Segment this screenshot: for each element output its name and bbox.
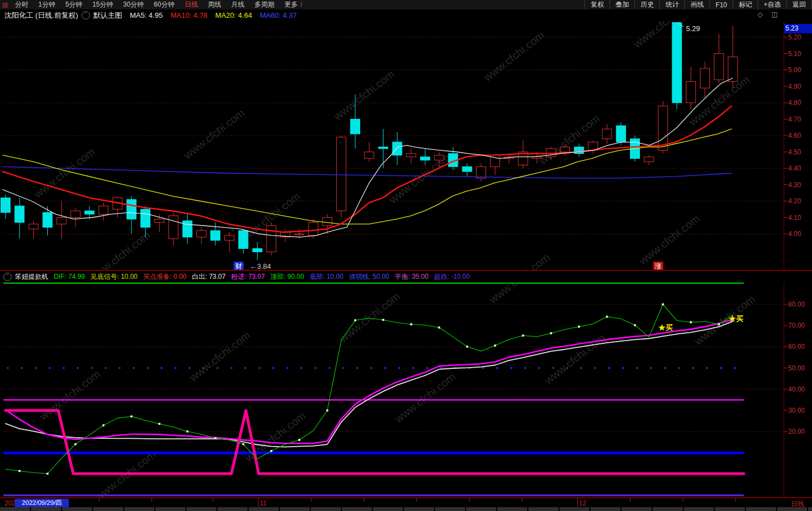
scrollbar-segment[interactable]: [280, 507, 310, 511]
date-tick: [152, 498, 152, 502]
candle-body: [71, 211, 80, 218]
title-right-icons[interactable]: ◇ ◫: [758, 11, 781, 18]
scrollbar-segment[interactable]: [746, 507, 776, 511]
indicator-name[interactable]: 笨妞提款机: [15, 272, 48, 282]
period-item-10[interactable]: 多周期: [249, 0, 279, 9]
period-item-6[interactable]: 60分钟: [149, 0, 179, 9]
period-item-5[interactable]: 30分钟: [118, 0, 149, 9]
dotted-50-line: [90, 367, 93, 369]
scrollbar-segment[interactable]: [808, 507, 812, 511]
dotted-50-line: [21, 367, 23, 369]
period-item-2[interactable]: 1分钟: [33, 0, 60, 9]
price-axis-label: 4.00: [788, 230, 801, 238]
dotted-50-line: [300, 367, 302, 369]
dotted-50-line: [594, 367, 597, 369]
toolbar-button-7[interactable]: 标记: [733, 0, 758, 9]
scrollbar-segment[interactable]: [466, 507, 496, 511]
period-item-9[interactable]: 月线: [226, 0, 249, 9]
price-axis-label: 5.20: [788, 33, 801, 41]
scrollbar-segment[interactable]: [435, 507, 465, 511]
month-label: 12: [579, 499, 586, 507]
dif-marker: [18, 470, 21, 472]
indicator-panel[interactable]: 80.0070.0060.0050.0040.0030.0020.00★买★买: [0, 282, 812, 498]
candle-body: [99, 206, 108, 214]
scrollbar-segment[interactable]: [528, 507, 558, 511]
scrollbar-segment[interactable]: [497, 507, 527, 511]
ma20-line: [3, 129, 732, 224]
dotted-50-line: [230, 367, 233, 369]
scrollbar-segment[interactable]: [715, 507, 745, 511]
candle-body: [644, 157, 654, 162]
scrollbar-segment[interactable]: [31, 507, 61, 511]
scrollbar-segment[interactable]: [342, 507, 372, 511]
price-axis-label: 4.10: [788, 214, 801, 222]
scrollbar-segment[interactable]: [186, 507, 216, 511]
dotted-50-line: [706, 367, 708, 369]
period-item-8[interactable]: 周线: [203, 0, 226, 9]
dif-marker: [270, 450, 273, 452]
main-layout-name[interactable]: 默认主图: [93, 11, 122, 21]
scrollbar-segment[interactable]: [653, 507, 683, 511]
main-chart-panel[interactable]: 5.205.105.004.904.804.704.604.504.404.30…: [0, 21, 812, 270]
toolbar-button-3[interactable]: 历史: [634, 0, 659, 9]
toolbar-button-8[interactable]: +自选: [758, 0, 786, 9]
scrollbar-segment[interactable]: [62, 507, 92, 511]
scrollbar-segment[interactable]: [622, 507, 652, 511]
candle-body: [196, 231, 206, 237]
period-item-4[interactable]: 15分钟: [87, 0, 118, 9]
ma-value-2: MA10: 4.78: [170, 11, 208, 19]
candle-body: [462, 167, 472, 172]
scrollbar-segment[interactable]: [373, 507, 403, 511]
bottom-scrollbar[interactable]: [0, 507, 812, 511]
scrollbar-segment[interactable]: [0, 507, 30, 511]
toolbar-button-4[interactable]: 统计: [659, 0, 684, 9]
candle-body: [336, 137, 346, 211]
candle-body: [672, 22, 682, 103]
indicator-chevron-icon[interactable]: ˇ: [3, 273, 12, 281]
scrollbar-segment[interactable]: [124, 507, 154, 511]
period-item-11[interactable]: 更多 〉: [279, 0, 311, 9]
period-item-3[interactable]: 5分钟: [60, 0, 88, 9]
candle-body: [211, 231, 220, 241]
candlestick-chart[interactable]: 5.205.105.004.904.804.704.604.504.404.30…: [0, 21, 812, 270]
dif-marker: [382, 319, 385, 321]
toolbar-button-5[interactable]: 画线: [684, 0, 709, 9]
dotted-50-line: [385, 367, 387, 369]
toolbar-button-2[interactable]: 叠加: [609, 0, 634, 9]
candle-body: [392, 142, 402, 156]
dif-marker: [158, 423, 160, 425]
scrollbar-segment[interactable]: [155, 507, 185, 511]
indicator-chart[interactable]: 80.0070.0060.0050.0040.0030.0020.00★买★买: [0, 282, 812, 498]
date-tick: [735, 498, 736, 502]
scrollbar-segment[interactable]: [404, 507, 434, 511]
candle-body: [322, 218, 332, 226]
scrollbar-segment[interactable]: [93, 507, 123, 511]
scrollbar-segment[interactable]: [249, 507, 279, 511]
candle-body: [421, 157, 430, 160]
dif-marker: [718, 323, 720, 325]
chevron-down-icon[interactable]: ˇ: [82, 11, 90, 19]
dif-marker: [606, 315, 608, 318]
titlebar: 沈阳化工 (日线.前复权) ˇ 默认主图 MA5: 4.95MA10: 4.78…: [0, 9, 812, 21]
scrollbar-segment[interactable]: [559, 507, 589, 511]
toolbar-button-9[interactable]: 返回: [786, 0, 812, 9]
baichu-line: [6, 322, 733, 447]
scrollbar-segment[interactable]: [218, 507, 248, 511]
scrollbar-segment[interactable]: [777, 507, 807, 511]
scrollbar-segment[interactable]: [591, 507, 621, 511]
toolbar-button-1[interactable]: 复权: [584, 0, 609, 9]
dif-marker: [326, 409, 329, 412]
buy-signal: ★买: [658, 323, 673, 332]
dotted-50-line: [412, 367, 415, 369]
period-item-7[interactable]: 日线: [179, 0, 203, 9]
date-tick: [213, 498, 213, 502]
candles: [1, 22, 738, 260]
scrollbar-segment[interactable]: [311, 507, 341, 511]
price-axis-label: 4.80: [788, 99, 801, 107]
toolbar-button-6[interactable]: F10: [709, 1, 733, 9]
app-icon[interactable]: ▨: [0, 1, 10, 8]
scrollbar-segment[interactable]: [684, 507, 714, 511]
dotted-50-line: [622, 367, 624, 369]
candle-body: [700, 68, 710, 88]
period-item-1[interactable]: 分时: [10, 0, 33, 9]
